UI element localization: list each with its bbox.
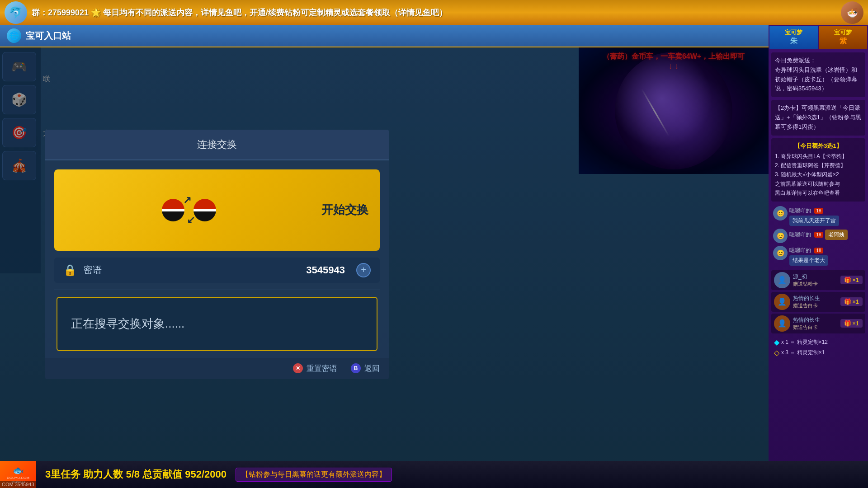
bottom-main: 3里任务 助力人数 5/8 总贡献值 952/2000 【钻粉参与每日黑幕的话更… (36, 468, 868, 482)
gift-username-2: 热情的长生 (793, 295, 838, 302)
card1-name: 朱 (771, 37, 816, 46)
bottom-bar: 🐟 DOUYU.COM 3545943 3里任务 助力人数 5/8 总贡献值 9… (0, 461, 868, 488)
vip-text: 【2办卡】可领黑幕派送「今日派送」+「额外3选1」（钻粉参与黑幕可多得1闪蛋） (775, 103, 862, 131)
icon-row-2-text: x 3 ＝ 精灵定制×1 (781, 349, 825, 357)
exchange-modal: 连接交换 ↗ ↙ (45, 130, 389, 379)
arrow-left-icon: ↙ (187, 214, 195, 226)
extra-item-2: 2. 配信贵重球阿爸【芹费德】 (775, 161, 862, 170)
gift-count-3: 🎁 ×1 (840, 319, 863, 328)
password-value: 3545943 (118, 264, 345, 276)
exchange-yellow-box[interactable]: ↗ ↙ 开始交换 (54, 169, 380, 251)
free-gift-desc: 奇异球闪头目洗翠（冰岩怪）和 初始帽子（皮卡丘）（要领弹幕说，密码3545943… (775, 66, 857, 92)
game-panel: 🌐 宝可入口站 （膏药）金币车，一车卖64W+，上输出即可 ↓ ↓ 🎮 🎲 🎯 … (0, 25, 769, 461)
extra-title: 【今日额外3选1】 (775, 142, 862, 150)
modal-divider-2 (54, 290, 380, 290)
arrow-right-icon: ↗ (183, 194, 191, 206)
gift-row-2: 👤 热情的长生 赠送告白卡 🎁 ×1 (771, 292, 865, 312)
gift-row-1: 👤 源_初 赠送钻粉卡 🎁 ×1 (771, 270, 865, 290)
chat-badge-2: 18 (814, 232, 823, 238)
gift-avatar-1: 👤 (774, 272, 790, 288)
gift-username-3: 热情的长生 (793, 316, 838, 324)
right-card-orange: 宝可梦 紫 (819, 26, 867, 49)
chat-area: 😊 嗯嗯吖的 18 我前几天还开了雷 😊 嗯嗯吖的 18 老阿姨 (771, 204, 865, 270)
nav-title: 宝可入口站 (26, 30, 71, 42)
chat-username-3: 嗯嗯吖的 (789, 247, 811, 253)
modal-bottom: ✕ 重置密语 B 返回 (45, 358, 389, 379)
nav-bar: 🌐 宝可入口站 (0, 25, 769, 47)
free-gift-text: 今日免费派送： 奇异球闪头目洗翠（冰岩怪）和 初始帽子（皮卡丘）（要领弹幕说，密… (775, 56, 862, 94)
gift-avatar-3: 👤 (774, 315, 790, 332)
gift-avatar-2: 👤 (774, 294, 790, 310)
pokeball-right (193, 199, 216, 221)
lock-icon: 🔒 (63, 264, 77, 277)
logo-fish-icon: 🐟 (13, 465, 24, 476)
back-button[interactable]: B 返回 (351, 363, 380, 374)
card1-title: 宝可梦 (771, 28, 816, 37)
card2-name: 紫 (821, 37, 865, 46)
chat-msg-2: 😊 嗯嗯吖的 18 老阿姨 (773, 229, 863, 243)
chat-badge-3: 18 (814, 248, 823, 253)
card2-title: 宝可梦 (821, 28, 865, 37)
icon-row-1: ◆ x 1 ＝ 精灵定制×12 (774, 338, 863, 347)
exchange-icon-area: ↗ ↙ (66, 183, 312, 237)
gift-username-1: 源_初 (793, 273, 838, 281)
chat-badge-1: 18 (814, 208, 823, 214)
extra-item-5: 黑白幕详情可以在鱼吧查看 (775, 188, 862, 197)
chat-avatar-2: 😊 (773, 229, 788, 243)
x-icon: ✕ (293, 363, 303, 373)
chat-msg-1: 😊 嗯嗯吖的 18 我前几天还开了雷 (773, 206, 863, 226)
search-box: 正在搜寻交换对象...... (57, 297, 377, 351)
gift-desc-1: 赠送钻粉卡 (793, 281, 838, 287)
chat-msg-3: 😊 嗯嗯吖的 18 结果是个老大 (773, 246, 863, 266)
extra-section: 【今日额外3选1】 1. 奇异球闪头目LA【卡蒂狗】 2. 配信贵重球阿爸【芹费… (771, 138, 865, 202)
chat-bubble-2: 老阿姨 (825, 230, 848, 240)
password-label: 密语 (84, 264, 111, 276)
task-text: 3里任务 助力人数 5/8 总贡献值 952/2000 (45, 468, 226, 481)
chat-username-2: 嗯嗯吖的 (789, 231, 811, 238)
corner-code: COM 3545943 (0, 481, 36, 488)
gift-row-3: 👤 热情的长生 赠送告白卡 🎁 ×1 (771, 314, 865, 333)
right-panel: 宝可梦 朱 宝可梦 紫 今日免费派送： 奇异球闪头目洗翠（冰岩怪）和 初始帽子（… (769, 25, 868, 461)
right-card-blue: 宝可梦 朱 (769, 26, 818, 49)
streamer-avatar: 🐬 (5, 1, 27, 24)
main-area: 🌐 宝可入口站 （膏药）金币车，一车卖64W+，上输出即可 ↓ ↓ 🎮 🎲 🎯 … (0, 25, 868, 461)
reset-label: 重置密语 (307, 363, 337, 374)
extra-item-4: 之前黑幕派送可以随时参与 (775, 179, 862, 188)
free-gift-section: 今日免费派送： 奇异球闪头目洗翠（冰岩怪）和 初始帽子（皮卡丘）（要领弹幕说，密… (771, 52, 865, 97)
search-text: 正在搜寻交换对象...... (71, 316, 184, 332)
modal-title: 连接交换 (197, 139, 237, 150)
chat-avatar-3: 😊 (773, 246, 788, 260)
gift-info-1: 源_初 赠送钻粉卡 (793, 273, 838, 287)
vip-section: 【2办卡】可领黑幕派送「今日派送」+「额外3选1」（钻粉参与黑幕可多得1闪蛋） (771, 100, 865, 135)
gift-count-1: 🎁 ×1 (840, 276, 863, 284)
promo-text: 【钻粉参与每日黑幕的话更有额外派送内容】 (236, 468, 392, 482)
globe-icon: 🌐 (7, 28, 21, 43)
right-icon: 🍜 (841, 1, 863, 24)
modal-divider-1 (45, 160, 389, 160)
back-label: 返回 (364, 363, 380, 374)
gift-desc-2: 赠送告白卡 (793, 302, 838, 309)
right-content: 今日免费派送： 奇异球闪头目洗翠（冰岩怪）和 初始帽子（皮卡丘）（要领弹幕说，密… (769, 50, 868, 461)
modal-overlay: 连接交换 ↗ ↙ (0, 47, 769, 461)
logo-subtext: DOUYU.COM (7, 476, 29, 480)
gift-info-3: 热情的长生 赠送告白卡 (793, 316, 838, 331)
modal-title-bar: 连接交换 (45, 130, 389, 160)
chat-username-1: 嗯嗯吖的 (789, 207, 811, 214)
gift-count-2: 🎁 ×1 (840, 297, 863, 306)
b-icon: B (351, 363, 361, 373)
chat-content-3: 嗯嗯吖的 18 结果是个老大 (789, 246, 863, 266)
chat-avatar-1: 😊 (773, 206, 788, 221)
pokeball-left (162, 199, 184, 221)
chat-bubble-1: 我前几天还开了雷 (789, 216, 839, 226)
password-row: 🔒 密语 3545943 + (54, 258, 380, 283)
exchange-label: 开始交换 (312, 202, 368, 218)
top-banner: 🐬 群：275999021 🌟 每日均有不同的派送内容，详情见鱼吧，开通/续费钻… (0, 0, 868, 25)
password-add-button[interactable]: + (356, 263, 371, 277)
bottom-icons: ◆ x 1 ＝ 精灵定制×12 ◇ x 3 ＝ 精灵定制×1 (771, 335, 865, 360)
exchange-arrows-icon: ↗ ↙ (162, 183, 216, 237)
reset-password-button[interactable]: ✕ 重置密语 (293, 363, 337, 374)
diamond-icon: ◆ (774, 338, 779, 347)
banner-text: 群：275999021 🌟 每日均有不同的派送内容，详情见鱼吧，开通/续费钻粉可… (32, 7, 841, 18)
extra-item-1: 1. 奇异球闪头目LA【卡蒂狗】 (775, 152, 862, 161)
gift-desc-3: 赠送告白卡 (793, 324, 838, 331)
